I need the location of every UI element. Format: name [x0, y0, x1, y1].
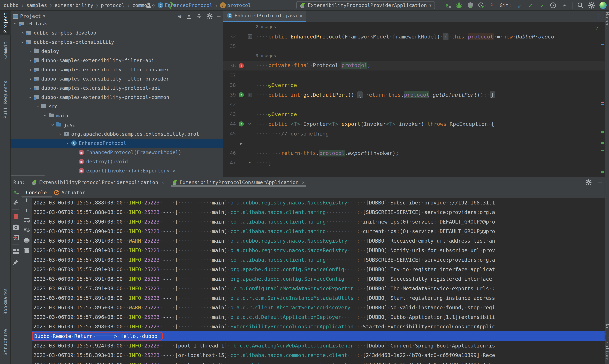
tree-item-src[interactable]: ›src [11, 102, 223, 111]
breadcrumb-item[interactable]: protocol [101, 2, 125, 8]
console-line[interactable]: 2023-03-06T09:15:57.891+08:00··INFO·2522… [32, 293, 605, 303]
console-line[interactable]: 2023-03-06T09:15:57.890+08:00··INFO·2522… [32, 217, 605, 226]
locate-file-icon[interactable]: ⊕ [178, 13, 181, 20]
chevron-icon[interactable]: › [13, 22, 18, 27]
editor-line[interactable]: 47›····} [223, 158, 605, 168]
settings-gear-icon[interactable] [588, 1, 595, 9]
editor-line[interactable]: 44↑›····public·<T>·Exporter<T>·export(In… [223, 119, 605, 129]
edit-configuration-wrench-icon[interactable] [12, 199, 20, 206]
restore-layout-icon[interactable] [12, 248, 20, 255]
editor-line[interactable]: 38····@Override [223, 80, 605, 90]
history-icon[interactable] [550, 1, 556, 9]
usages-inlay[interactable]: 6 usages [223, 51, 605, 61]
editor-line[interactable]: 36!····private·final·Protocol·protocol; [223, 61, 605, 70]
chevron-icon[interactable]: › [42, 113, 48, 119]
tool-window-button-maven[interactable]: Maven [605, 11, 609, 29]
tree-item-java[interactable]: ›java [11, 120, 223, 130]
panel-settings-gear-icon[interactable] [206, 13, 213, 19]
clear-all-trash-icon[interactable] [23, 247, 30, 254]
editor-line[interactable]: 46········return·this.protocol.export(in… [223, 148, 605, 158]
tree-item-dubbo-samples-extensibility-filter-api[interactable]: ›dubbo-samples-extensibility-filter-api [11, 56, 223, 65]
rollback-icon[interactable]: ↶ [561, 1, 568, 9]
more-tabs-icon[interactable]: ⋮ [596, 13, 602, 19]
console-line[interactable]: 2023-03-06T09:15:57.895+08:00··WARN·2522… [32, 303, 605, 312]
close-icon[interactable]: ✕ [300, 13, 303, 19]
breadcrumb-item[interactable]: samples [26, 2, 47, 8]
down-arrow-icon[interactable]: ↓ [23, 206, 30, 213]
user-avatar[interactable] [599, 2, 607, 9]
breadcrumb-item[interactable]: fprotocol [220, 2, 251, 8]
git-commit-button[interactable]: ✓ [527, 1, 534, 9]
usages-inlay[interactable]: 2 usages [223, 22, 605, 32]
chevron-icon[interactable]: › [65, 140, 71, 146]
exit-icon[interactable] [12, 234, 20, 241]
console-line[interactable]: 2023-03-06T09:15:57.896+08:00··INFO·2522… [32, 312, 605, 322]
tool-window-button-structure[interactable]: Structure [0, 327, 11, 357]
chevron-icon[interactable]: › [50, 122, 56, 128]
git-push-button[interactable]: ↗ [539, 1, 545, 9]
tree-item-dubbo-samples-extensibility-protocol-com[interactable]: ›dubbo-samples-extensibility-protocol-co… [11, 93, 223, 102]
run-settings-gear-icon[interactable] [585, 179, 592, 185]
tree-item-main[interactable]: ›main [11, 111, 223, 120]
tool-window-button-bookmarks[interactable]: Bookmarks [0, 286, 11, 316]
tree-item-dubbo-samples-develop[interactable]: ›dubbo-samples-develop [11, 28, 223, 38]
console-line[interactable]: 2023-03-06T09:15:57.891+08:00··INFO·2522… [32, 246, 605, 255]
run-tab-provider[interactable]: ExtensibilityProtocolProviderApplication… [30, 177, 166, 187]
console-line[interactable]: 2023-03-06T09:15:57.891+08:00··INFO·2522… [32, 274, 605, 284]
chevron-icon[interactable]: › [57, 131, 63, 137]
chevron-icon[interactable]: › [20, 39, 26, 45]
editor-line[interactable]: 39↑+····public·int·getDefaultPort()·{·re… [223, 90, 605, 100]
chevron-icon[interactable]: › [35, 103, 41, 109]
console-line-highlighted[interactable]: Dubbo·Remote·Return·======>·Hello,·dubbo [32, 331, 605, 341]
console-line[interactable]: 2023-03-06T09:15:58.393+08:00··INFO·2522… [32, 350, 605, 360]
git-update-button[interactable]: ↙ [516, 1, 523, 9]
tree-horizontal-scrollbar[interactable] [11, 175, 45, 176]
print-icon[interactable] [23, 237, 30, 244]
console-line[interactable]: 2023-03-06T09:15:58.393+08:00··INFO·2522… [32, 360, 605, 364]
tree-item-dubbo-samples-extensibility-filter-consu[interactable]: ›dubbo-samples-extensibility-filter-cons… [11, 65, 223, 74]
tab-actuator[interactable]: Actuator [54, 190, 85, 195]
tree-item-dubbo-samples-extensibility-filter-provi[interactable]: ›dubbo-samples-extensibility-filter-prov… [11, 74, 223, 83]
inspections-ok-icon[interactable]: ✓ [595, 25, 599, 31]
close-icon[interactable]: ✕ [162, 180, 164, 185]
tree-item-export-invoker-t-exporter-t-[interactable]: mexport(Invoker<T>):Exporter<T> [11, 166, 223, 175]
console-line[interactable]: 2023-03-06T09:15:57.890+08:00··INFO·2522… [32, 226, 605, 236]
profiler-button[interactable] [478, 1, 486, 9]
code-editor[interactable]: 2 usages32+····public·EnhancedProtocol(F… [223, 22, 605, 177]
editor-line[interactable]: 42 [223, 100, 605, 109]
collapse-all-icon[interactable] [196, 13, 202, 19]
user-account-icon[interactable] [146, 1, 153, 9]
chevron-down-icon[interactable]: ▼ [43, 14, 45, 18]
minimize-panel-icon[interactable]: — [598, 179, 602, 186]
tree-item-destroy-void[interactable]: mdestroy():void [11, 157, 223, 166]
console-line[interactable]: 2023-03-06T09:15:57.888+08:00··INFO·2522… [32, 198, 605, 207]
tree-item-enhancedprotocol[interactable]: ›CEnhancedProtocol [11, 139, 223, 148]
soft-wrap-icon[interactable] [23, 216, 30, 224]
tree-item-dubbo-samples-extensibility-protocol-api[interactable]: ›dubbo-samples-extensibility-protocol-ap… [11, 83, 223, 93]
chevron-icon[interactable]: › [20, 30, 26, 36]
tree-item-org-apache-dubbo-samples-extensibility-p[interactable]: ›org.apache.dubbo.samples.extensibility.… [11, 130, 223, 139]
editor-line[interactable]: 43····@Override [223, 109, 605, 119]
build-hammer-icon[interactable] [169, 1, 175, 9]
console-output[interactable]: 2023-03-06T09:15:57.888+08:00··INFO·2522… [32, 198, 605, 364]
breadcrumb-item[interactable]: extensibility [55, 2, 93, 8]
rerun-icon[interactable]: ↻ [12, 188, 20, 196]
editor-line[interactable]: 35 [223, 41, 605, 51]
editor-tab[interactable]: C EnhancedProtocol.java ✕ [223, 11, 306, 22]
tree-item-10-task[interactable]: ›10-task [11, 22, 223, 28]
tree-item-deploy[interactable]: ›deploy [11, 47, 223, 56]
console-line[interactable]: 2023-03-06T09:15:57.898+08:00··INFO·2522… [32, 322, 605, 331]
chevron-icon[interactable]: › [27, 58, 33, 64]
editor-line[interactable]: ▶ [223, 138, 605, 148]
expand-all-icon[interactable] [186, 13, 192, 19]
console-line[interactable]: 2023-03-06T09:15:57.891+08:00··WARN·2522… [32, 236, 605, 246]
tree-item-enhancedprotocol-frameworkmodel-[interactable]: mEnhancedProtocol(FrameworkModel) [11, 148, 223, 157]
close-icon[interactable]: ✕ [302, 180, 305, 185]
chevron-icon[interactable]: › [27, 67, 33, 73]
tab-console[interactable]: Console [26, 190, 47, 195]
console-line[interactable]: 2023-03-06T09:15:57.891+08:00··INFO·2522… [32, 265, 605, 274]
pin-icon[interactable] [12, 259, 20, 266]
scroll-to-end-icon[interactable] [23, 226, 30, 234]
tool-window-button-notifications[interactable]: Notifications [605, 322, 609, 364]
tree-item-dubbo-samples-extensibility[interactable]: ›dubbo-samples-extensibility [11, 38, 223, 47]
